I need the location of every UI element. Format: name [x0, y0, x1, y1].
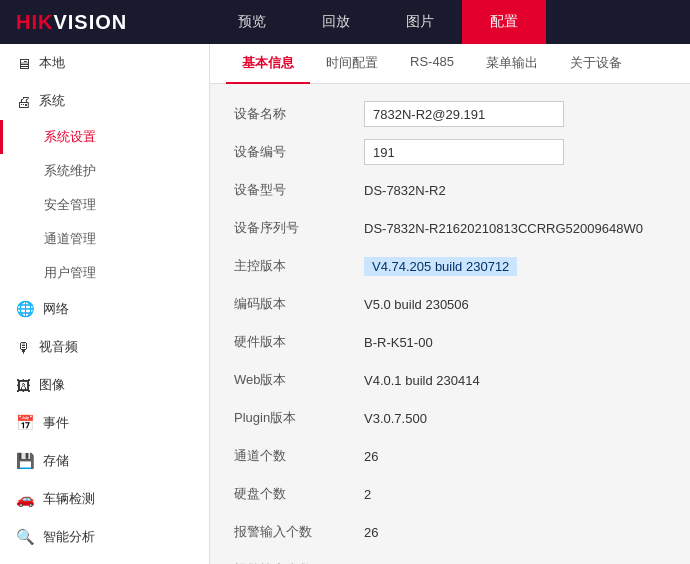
form-row: 报警输出个数16: [234, 556, 666, 564]
nav-item-配置[interactable]: 配置: [462, 0, 546, 44]
form-area: 设备名称设备编号设备型号DS-7832N-R2设备序列号DS-7832N-R21…: [210, 84, 690, 564]
form-label: Web版本: [234, 371, 364, 389]
video-icon: 🎙: [16, 339, 31, 356]
form-row: 设备名称: [234, 100, 666, 128]
network-icon: 🌐: [16, 300, 35, 318]
form-row: 报警输入个数26: [234, 518, 666, 546]
form-row: 设备序列号DS-7832N-R21620210813CCRRG52009648W…: [234, 214, 666, 242]
nav-item-图片[interactable]: 图片: [378, 0, 462, 44]
form-label: 通道个数: [234, 447, 364, 465]
form-input-设备名称[interactable]: [364, 101, 564, 127]
sidebar-main-label: 系统: [39, 92, 65, 110]
sidebar-item-车辆检测[interactable]: 🚗车辆检测: [0, 480, 209, 518]
form-value: V5.0 build 230506: [364, 297, 469, 312]
sidebar: 🖥本地🖨系统系统设置系统维护安全管理通道管理用户管理🌐网络🎙视音频🖼图像📅事件💾…: [0, 44, 210, 564]
form-input-设备编号[interactable]: [364, 139, 564, 165]
sidebar-sub-item-通道管理[interactable]: 通道管理: [0, 222, 209, 256]
tab-基本信息[interactable]: 基本信息: [226, 44, 310, 84]
form-row: 主控版本V4.74.205 build 230712: [234, 252, 666, 280]
form-row: Web版本V4.0.1 build 230414: [234, 366, 666, 394]
main-layout: 🖥本地🖨系统系统设置系统维护安全管理通道管理用户管理🌐网络🎙视音频🖼图像📅事件💾…: [0, 44, 690, 564]
event-icon: 📅: [16, 414, 35, 432]
sidebar-main-label: 网络: [43, 300, 69, 318]
tab-菜单输出[interactable]: 菜单输出: [470, 44, 554, 84]
form-label: 设备名称: [234, 105, 364, 123]
form-row: 通道个数26: [234, 442, 666, 470]
nav-item-预览[interactable]: 预览: [210, 0, 294, 44]
form-label: 硬件版本: [234, 333, 364, 351]
sidebar-main-label: 图像: [39, 376, 65, 394]
sidebar-item-视音频[interactable]: 🎙视音频: [0, 328, 209, 366]
sidebar-main-label: 本地: [39, 54, 65, 72]
vehicle-icon: 🚗: [16, 490, 35, 508]
nav-item-回放[interactable]: 回放: [294, 0, 378, 44]
form-row: Plugin版本V3.0.7.500: [234, 404, 666, 432]
form-label: 硬盘个数: [234, 485, 364, 503]
system-icon: 🖨: [16, 93, 31, 110]
sidebar-sub-item-用户管理[interactable]: 用户管理: [0, 256, 209, 290]
tab-时间配置[interactable]: 时间配置: [310, 44, 394, 84]
form-row: 硬盘个数2: [234, 480, 666, 508]
form-row: 硬件版本B-R-K51-00: [234, 328, 666, 356]
logo-text: HIKVISION: [16, 11, 127, 34]
form-label: 设备序列号: [234, 219, 364, 237]
form-value: B-R-K51-00: [364, 335, 433, 350]
sidebar-main-label: 视音频: [39, 338, 78, 356]
form-row: 设备型号DS-7832N-R2: [234, 176, 666, 204]
form-label: Plugin版本: [234, 409, 364, 427]
monitor-icon: 🖥: [16, 55, 31, 72]
tab-关于设备[interactable]: 关于设备: [554, 44, 638, 84]
form-value: V3.0.7.500: [364, 411, 427, 426]
storage-icon: 💾: [16, 452, 35, 470]
form-label: 报警输入个数: [234, 523, 364, 541]
image-icon: 🖼: [16, 377, 31, 394]
form-value: 26: [364, 525, 378, 540]
form-value: V4.74.205 build 230712: [364, 257, 517, 276]
tabs-bar: 基本信息时间配置RS-485菜单输出关于设备: [210, 44, 690, 84]
sidebar-main-label: 智能分析: [43, 528, 95, 546]
form-value: 2: [364, 487, 371, 502]
sidebar-item-网络[interactable]: 🌐网络: [0, 290, 209, 328]
form-value: DS-7832N-R21620210813CCRRG52009648W0: [364, 221, 643, 236]
form-label: 设备编号: [234, 143, 364, 161]
sidebar-main-label: 存储: [43, 452, 69, 470]
sidebar-sub-item-安全管理[interactable]: 安全管理: [0, 188, 209, 222]
sidebar-item-系统[interactable]: 🖨系统: [0, 82, 209, 120]
sidebar-item-智能分析[interactable]: 🔍智能分析: [0, 518, 209, 556]
nav-items: 预览回放图片配置: [210, 0, 690, 44]
form-value: V4.0.1 build 230414: [364, 373, 480, 388]
logo: HIKVISION: [0, 11, 210, 34]
sidebar-main-label: 车辆检测: [43, 490, 95, 508]
sidebar-sub-item-系统设置[interactable]: 系统设置: [0, 120, 209, 154]
sidebar-sub-item-系统维护[interactable]: 系统维护: [0, 154, 209, 188]
form-value: DS-7832N-R2: [364, 183, 446, 198]
sidebar-item-存储[interactable]: 💾存储: [0, 442, 209, 480]
form-label: 编码版本: [234, 295, 364, 313]
sidebar-item-图像[interactable]: 🖼图像: [0, 366, 209, 404]
form-label: 设备型号: [234, 181, 364, 199]
tab-RS-485[interactable]: RS-485: [394, 44, 470, 84]
sidebar-main-label: 事件: [43, 414, 69, 432]
sidebar-item-事件[interactable]: 📅事件: [0, 404, 209, 442]
analysis-icon: 🔍: [16, 528, 35, 546]
form-value: 26: [364, 449, 378, 464]
form-label: 主控版本: [234, 257, 364, 275]
form-row: 编码版本V5.0 build 230506: [234, 290, 666, 318]
top-navigation: HIKVISION 预览回放图片配置: [0, 0, 690, 44]
sidebar-item-本地[interactable]: 🖥本地: [0, 44, 209, 82]
form-row: 设备编号: [234, 138, 666, 166]
content-area: 基本信息时间配置RS-485菜单输出关于设备 设备名称设备编号设备型号DS-78…: [210, 44, 690, 564]
